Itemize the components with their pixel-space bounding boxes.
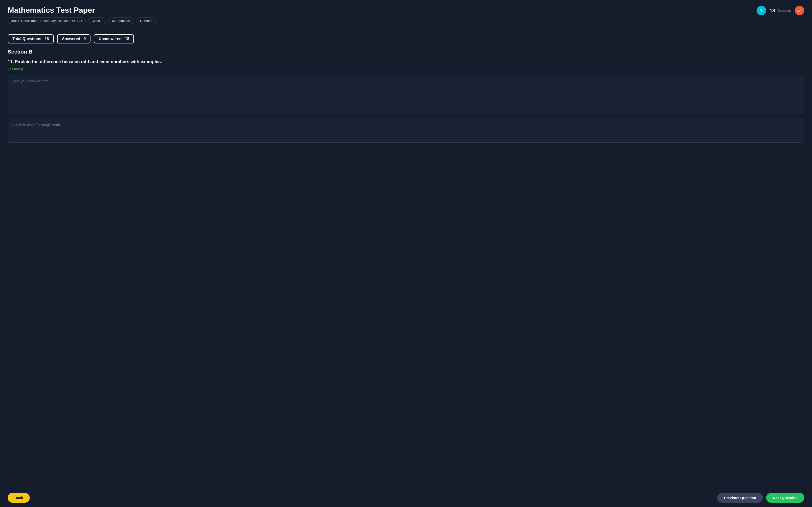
question-text: 11. Explain the difference between odd a… <box>8 58 804 65</box>
rough-work-input[interactable] <box>8 119 804 143</box>
total-questions-badge: Total Questions - 18 <box>8 34 54 44</box>
answered-badge: Answered - 0 <box>57 34 91 44</box>
next-question-button[interactable]: Next Question <box>766 493 804 503</box>
answer-input[interactable] <box>8 75 804 113</box>
stats-bar: Total Questions - 18 Answered - 0 Unansw… <box>0 29 812 49</box>
question-number: 11. <box>8 59 15 64</box>
questions-number: 18 <box>769 8 775 14</box>
questions-text: Questions <box>777 9 791 12</box>
main-content: Section B 11. Explain the difference bet… <box>0 49 812 489</box>
submit-icon[interactable] <box>795 6 804 15</box>
question-body: Explain the difference between odd and e… <box>15 59 162 64</box>
section-title: Section B <box>8 49 804 55</box>
page-title: Mathematics Test Paper <box>8 6 157 15</box>
header: Mathematics Test Paper Indian Certificat… <box>0 0 812 29</box>
back-button[interactable]: Back <box>8 493 30 503</box>
tag-subject: Mathematics <box>109 17 134 24</box>
tags-container: Indian Certificate of Secondary Educatio… <box>8 17 157 24</box>
tag-board: Indian Certificate of Secondary Educatio… <box>8 17 86 24</box>
marks-label: (2 Marks) <box>8 67 804 71</box>
header-left: Mathematics Test Paper Indian Certificat… <box>8 6 157 24</box>
help-icon[interactable]: ? <box>757 6 766 15</box>
footer-right: Previous Question Next Question <box>717 493 804 503</box>
header-right: ? 18 Questions <box>757 6 804 15</box>
questions-count: 18 Questions <box>769 8 791 14</box>
tag-topic: Numbers <box>136 17 157 24</box>
unanswered-badge: Unanswered - 18 <box>94 34 134 44</box>
previous-question-button[interactable]: Previous Question <box>717 493 763 503</box>
footer: Back Previous Question Next Question <box>0 489 812 507</box>
tag-class: Class 2 <box>88 17 106 24</box>
